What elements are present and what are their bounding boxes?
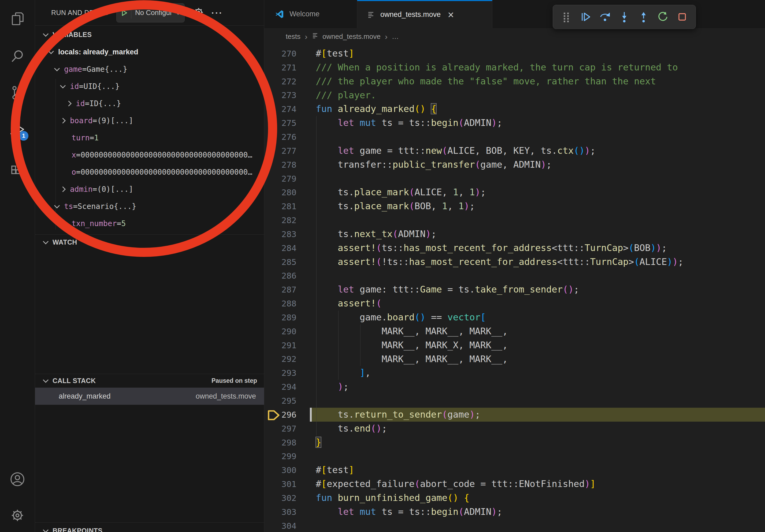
tab-welcome[interactable]: Welcome: [264, 0, 357, 28]
variable-row-id[interactable]: id = UID{...}: [35, 78, 264, 95]
code-line-294[interactable]: 294 );: [264, 380, 765, 394]
line-number[interactable]: 287: [264, 285, 310, 294]
launch-config-dropdown[interactable]: No Configur: [116, 3, 185, 23]
code-line-296[interactable]: 296 ts.return_to_sender(game);: [264, 408, 765, 421]
code-line-290[interactable]: 290 MARK__, MARK__, MARK__,: [264, 324, 765, 338]
line-number[interactable]: 276: [264, 132, 310, 142]
line-number[interactable]: 301: [264, 479, 310, 489]
code-line-271[interactable]: 271/// When a position is already marked…: [264, 61, 765, 75]
line-number[interactable]: 297: [264, 424, 310, 433]
code-line-272[interactable]: 272/// the player who made the "false" m…: [264, 75, 765, 89]
source-control-icon[interactable]: [10, 85, 25, 101]
code-line-291[interactable]: 291 MARK__, MARK_X, MARK__,: [264, 338, 765, 352]
line-number[interactable]: 299: [264, 451, 310, 461]
variable-row-board[interactable]: board = (9)[...]: [35, 112, 264, 129]
variable-row-admin[interactable]: admin = (0)[...]: [35, 180, 264, 198]
restart-button[interactable]: [657, 11, 669, 23]
code-line-274[interactable]: 274fun already_marked() {: [264, 102, 765, 116]
breakpoints-header[interactable]: BREAKPOINTS: [35, 523, 264, 532]
line-number[interactable]: 294: [264, 382, 310, 392]
accounts-icon[interactable]: [10, 471, 25, 487]
settings-gear-icon[interactable]: [10, 508, 25, 523]
code-line-282[interactable]: 282: [264, 213, 765, 227]
tab-owned-tests[interactable]: owned_tests.move ×: [357, 0, 492, 28]
step-into-button[interactable]: [618, 11, 630, 23]
code-line-281[interactable]: 281 ts.place_mark(BOB, 1, 1);: [264, 199, 765, 213]
line-number[interactable]: 298: [264, 438, 310, 447]
line-number[interactable]: 300: [264, 465, 310, 475]
line-number[interactable]: 275: [264, 118, 310, 128]
code-line-288[interactable]: 288 assert!(: [264, 297, 765, 311]
line-number[interactable]: 282: [264, 215, 310, 225]
search-icon[interactable]: [10, 48, 25, 64]
start-debug-play-icon[interactable]: [120, 9, 128, 17]
breadcrumb-file[interactable]: owned_tests.move: [323, 32, 381, 41]
line-number[interactable]: 278: [264, 160, 310, 169]
line-number[interactable]: 293: [264, 368, 310, 378]
close-icon[interactable]: ×: [447, 9, 454, 20]
line-number[interactable]: 277: [264, 146, 310, 155]
variable-row-id[interactable]: id = ID{...}: [35, 95, 264, 112]
code-line-293[interactable]: 293 ],: [264, 366, 765, 380]
line-number[interactable]: 279: [264, 174, 310, 183]
code-line-277[interactable]: 277 let game = ttt::new(ALICE, BOB, KEY,…: [264, 144, 765, 158]
code-line-273[interactable]: 273/// player.: [264, 89, 765, 102]
code-line-284[interactable]: 284 assert!(ts::has_most_recent_for_addr…: [264, 241, 765, 255]
line-number[interactable]: 272: [264, 77, 310, 86]
code-line-297[interactable]: 297 ts.end();: [264, 421, 765, 435]
code-line-301[interactable]: 301#[expected_failure(abort_code = ttt::…: [264, 477, 765, 491]
line-number[interactable]: 291: [264, 341, 310, 350]
code-line-295[interactable]: 295: [264, 394, 765, 408]
drag-handle-icon[interactable]: [560, 11, 572, 23]
code-line-287[interactable]: 287 let game: ttt::Game = ts.take_from_s…: [264, 283, 765, 297]
code-line-275[interactable]: 275 let mut ts = ts::begin(ADMIN);: [264, 116, 765, 130]
chevron-down-icon[interactable]: [60, 83, 66, 88]
code-line-298[interactable]: 298}: [264, 435, 765, 449]
variable-row-turn[interactable]: turn = 1: [35, 129, 264, 146]
line-number[interactable]: 274: [264, 104, 310, 114]
line-number[interactable]: 295: [264, 396, 310, 405]
chevron-right-icon[interactable]: [60, 186, 66, 192]
code-line-302[interactable]: 302fun burn_unfinished_game() {: [264, 491, 765, 505]
code-line-292[interactable]: 292 MARK__, MARK__, MARK__,: [264, 352, 765, 366]
line-number[interactable]: 304: [264, 521, 310, 531]
call-stack-header[interactable]: CALL STACK Paused on step: [35, 374, 264, 387]
line-number[interactable]: 288: [264, 299, 310, 308]
chevron-right-icon[interactable]: [60, 118, 66, 123]
line-number[interactable]: 302: [264, 493, 310, 503]
breadcrumb-symbol[interactable]: …: [392, 32, 399, 41]
variable-row-scope[interactable]: locals: already_marked: [35, 43, 264, 61]
line-number[interactable]: 271: [264, 63, 310, 72]
more-actions-icon[interactable]: ···: [212, 10, 223, 16]
variables-header[interactable]: VARIABLES: [35, 26, 264, 43]
line-number[interactable]: 285: [264, 257, 310, 267]
variable-row-game[interactable]: game = Game{...}: [35, 61, 264, 78]
code-line-279[interactable]: 279: [264, 172, 765, 186]
line-number[interactable]: 281: [264, 201, 310, 211]
step-over-button[interactable]: [599, 11, 611, 23]
code-line-283[interactable]: 283 ts.next_tx(ADMIN);: [264, 227, 765, 241]
call-stack-frame[interactable]: already_marked owned_tests.move: [35, 388, 264, 405]
code-line-270[interactable]: 270#[test]: [264, 47, 765, 61]
chevron-down-icon[interactable]: [54, 202, 60, 208]
stop-button[interactable]: [676, 11, 688, 23]
line-number[interactable]: 284: [264, 243, 310, 253]
code-line-289[interactable]: 289 game.board() == vector[: [264, 311, 765, 324]
chevron-down-icon[interactable]: [54, 65, 60, 71]
code-line-285[interactable]: 285 assert!(!ts::has_most_recent_for_add…: [264, 255, 765, 269]
explorer-icon[interactable]: [10, 11, 25, 26]
run-and-debug-icon[interactable]: 1: [10, 123, 25, 138]
extensions-icon[interactable]: [10, 159, 25, 175]
line-number[interactable]: 290: [264, 327, 310, 336]
line-number[interactable]: 286: [264, 271, 310, 280]
code-line-286[interactable]: 286: [264, 269, 765, 283]
variable-row-x[interactable]: x = 000000000000000000000000000000000000…: [35, 146, 264, 163]
variable-row-ts[interactable]: ts = Scenario{...}: [35, 198, 264, 215]
variable-row-o[interactable]: o = 000000000000000000000000000000000000…: [35, 163, 264, 180]
chevron-down-icon[interactable]: [48, 48, 54, 54]
code-line-303[interactable]: 303 let mut ts = ts::begin(ADMIN);: [264, 505, 765, 519]
code-line-299[interactable]: 299: [264, 449, 765, 463]
chevron-right-icon[interactable]: [66, 101, 72, 106]
continue-button[interactable]: [580, 11, 591, 23]
code-line-278[interactable]: 278 transfer::public_transfer(game, ADMI…: [264, 158, 765, 172]
